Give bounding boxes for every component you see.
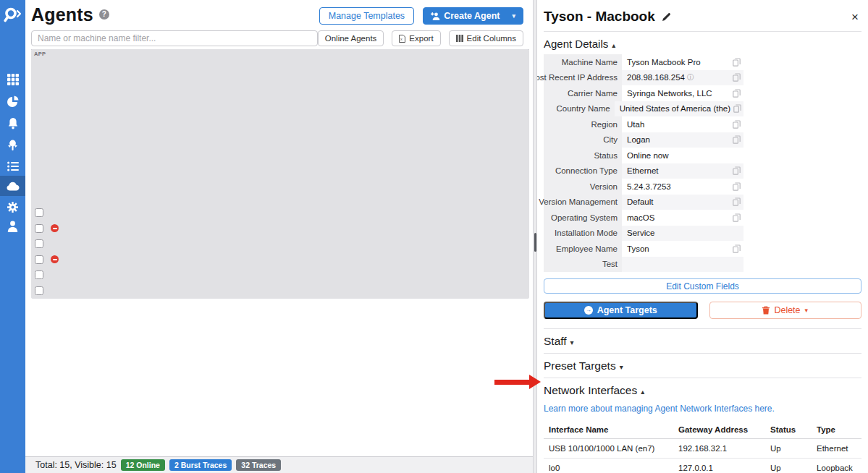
detail-value: Tyson <box>627 244 649 253</box>
panel-resize-splitter[interactable] <box>533 0 537 473</box>
create-agent-button[interactable]: Create Agent ▾ <box>423 7 523 25</box>
detail-label: Region <box>544 116 622 132</box>
sidebar-item-traces[interactable] <box>0 156 25 176</box>
detail-label: Country Name <box>544 101 615 117</box>
network-interfaces-table: Interface Name Gateway Address Status Ty… <box>544 421 861 473</box>
detail-label: Connection Type <box>544 163 622 179</box>
detail-value: United States of America (the) <box>620 104 730 113</box>
info-icon[interactable]: ⓘ <box>687 73 694 82</box>
detail-value: Utah <box>627 120 644 129</box>
agent-filter-input[interactable] <box>31 30 318 46</box>
chevron-down-icon: ▾ <box>570 338 574 346</box>
sidebar-item-reports[interactable] <box>0 91 25 111</box>
agent-details-table: Machine Name Tyson Macbook Pro Most Rece… <box>544 54 743 272</box>
copy-icon[interactable] <box>729 226 743 242</box>
sidebar-item-alerts[interactable] <box>0 113 25 133</box>
copy-icon[interactable] <box>729 163 743 179</box>
preset-targets-section-toggle[interactable]: Preset Targets▾ <box>544 354 861 378</box>
detail-row: Test <box>544 257 743 273</box>
detail-label: Operating System <box>544 210 622 226</box>
dart-target-icon <box>7 139 19 151</box>
app-logo-icon[interactable] <box>0 4 25 25</box>
summary-badge[interactable]: 32 Traces <box>236 459 281 472</box>
interface-row: lo0 127.0.0.1 Up Loopback <box>544 459 861 473</box>
copy-icon[interactable] <box>729 85 743 101</box>
copy-icon[interactable] <box>729 132 743 148</box>
detail-label: Carrier Name <box>544 85 622 101</box>
totals-text: Total: 15, Visible: 15 <box>35 460 117 470</box>
row-checkbox[interactable] <box>35 286 43 295</box>
network-interfaces-section-toggle[interactable]: Network Interfaces▴ <box>544 378 861 402</box>
copy-icon[interactable] <box>729 257 743 273</box>
detail-value: Syringa Networks, LLC <box>627 89 712 98</box>
ni-column-interface-name: Interface Name <box>544 425 678 434</box>
copy-icon[interactable] <box>729 148 743 163</box>
sidebar-item-cloud-agents[interactable] <box>0 176 25 196</box>
agent-panel-title: Tyson - Macbook <box>544 9 655 25</box>
copy-icon[interactable] <box>729 210 743 226</box>
online-agents-filter-button[interactable]: Online Agents <box>318 30 384 46</box>
row-checkbox[interactable] <box>35 224 43 233</box>
copy-icon[interactable] <box>729 195 743 210</box>
user-icon <box>7 221 18 232</box>
interface-name: lo0 <box>544 464 678 472</box>
table-row[interactable]: Avery - iMac @ Office→ Dick Grayson 2 OF… <box>31 189 529 205</box>
edit-columns-button[interactable]: Edit Columns <box>449 30 523 46</box>
copy-icon[interactable] <box>730 101 743 117</box>
help-icon[interactable]: ? <box>99 9 109 20</box>
row-checkbox[interactable] <box>35 270 43 279</box>
interface-type: Loopback <box>817 464 861 472</box>
sidebar-item-settings[interactable] <box>0 197 25 217</box>
columns-icon <box>456 35 463 42</box>
detail-value: Service <box>627 229 654 237</box>
bell-icon <box>7 117 19 129</box>
detail-row: Status Online now <box>544 148 743 163</box>
network-interfaces-section: Network Interfaces▴ Learn more about man… <box>544 378 861 473</box>
copy-icon[interactable] <box>729 241 743 257</box>
edit-name-icon[interactable] <box>662 12 671 22</box>
sidebar-item-account[interactable] <box>0 216 25 236</box>
row-checkbox[interactable] <box>35 239 43 248</box>
copy-icon[interactable] <box>729 116 743 132</box>
interface-row: USB 10/100/1000 LAN (en7) 192.168.32.1 U… <box>544 439 861 459</box>
agent-detail-panel: Tyson - Macbook × Agent Details▴ Machine… <box>537 0 868 473</box>
delete-button[interactable]: Delete ▾ <box>709 302 862 319</box>
detail-value: macOS <box>627 213 654 222</box>
close-panel-icon[interactable]: × <box>848 9 861 25</box>
detail-label: City <box>544 132 622 148</box>
detail-label: Status <box>544 148 622 163</box>
detail-label: Employee Name <box>544 241 622 257</box>
detail-row: Version Management Default <box>544 195 743 210</box>
interface-status: Up <box>770 464 817 472</box>
detail-value: 208.98.168.254 <box>627 73 685 82</box>
table-summary-bar: Total: 15, Visible: 15 12 Online2 Burst … <box>25 456 533 473</box>
sidebar-item-apps[interactable] <box>0 69 25 90</box>
staff-section: Staff▾ <box>544 328 861 353</box>
copy-icon[interactable] <box>729 179 743 195</box>
agent-details-section-toggle[interactable]: Agent Details▴ <box>544 32 861 54</box>
copy-icon[interactable] <box>729 54 743 70</box>
network-interfaces-learn-more-link[interactable]: Learn more about managing Agent Network … <box>544 402 861 421</box>
detail-value: Online now <box>627 151 669 160</box>
sidebar-item-targets[interactable] <box>0 135 25 155</box>
edit-custom-fields-button[interactable]: Edit Custom Fields <box>544 278 861 294</box>
page-title: Agents? <box>31 4 109 25</box>
create-agent-dropdown-caret: ▾ <box>512 13 515 20</box>
copy-icon[interactable] <box>729 70 743 86</box>
interface-name: USB 10/100/1000 LAN (en7) <box>544 444 678 453</box>
summary-badge[interactable]: 12 Online <box>121 459 165 472</box>
detail-row: Employee Name Tyson <box>544 241 743 257</box>
detail-row: Machine Name Tyson Macbook Pro <box>544 54 743 70</box>
agents-table: Name Machine Name # Status Last Connecte… <box>31 49 529 299</box>
staff-section-toggle[interactable]: Staff▾ <box>544 329 861 353</box>
row-checkbox[interactable] <box>35 255 43 264</box>
splitter-drag-handle[interactable] <box>534 233 536 252</box>
agent-targets-button[interactable]: → Agent Targets <box>544 302 698 319</box>
manage-templates-button[interactable]: Manage Templates <box>319 7 414 25</box>
export-button[interactable]: x Export <box>392 30 440 46</box>
summary-badge[interactable]: 2 Burst Traces <box>169 459 232 472</box>
detail-row: Carrier Name Syringa Networks, LLC <box>544 85 743 101</box>
row-checkbox[interactable] <box>35 208 43 217</box>
ni-column-status: Status <box>770 425 817 434</box>
pie-chart-icon <box>7 95 19 108</box>
